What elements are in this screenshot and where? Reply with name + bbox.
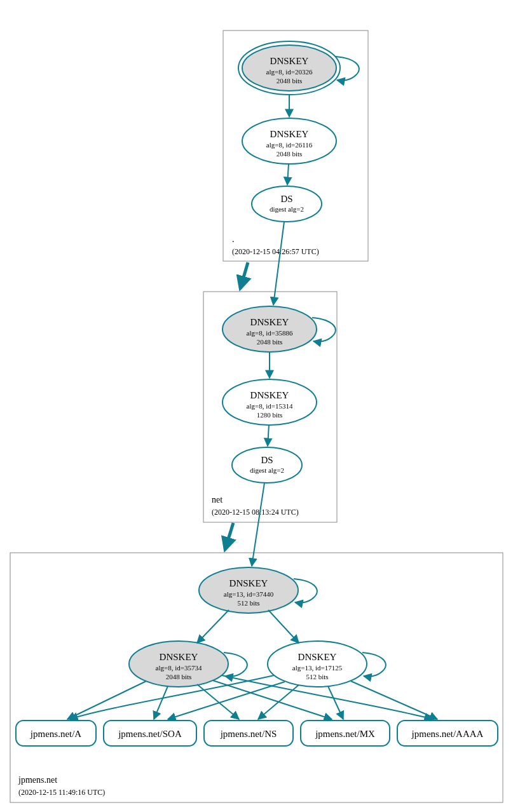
node-net-ksk: DNSKEY alg=8, id=35886 2048 bits xyxy=(222,306,317,352)
svg-text:512 bits: 512 bits xyxy=(306,673,328,680)
edge-net-zsk-ds xyxy=(268,425,269,446)
svg-text:DS: DS xyxy=(280,194,292,204)
svg-text:digest alg=2: digest alg=2 xyxy=(250,466,284,474)
node-leaf-k3: DNSKEY alg=13, id=17125 512 bits xyxy=(268,641,367,687)
node-net-ds: DS digest alg=2 xyxy=(232,447,302,483)
node-net-zsk: DNSKEY alg=8, id=15314 1280 bits xyxy=(222,379,317,425)
svg-text:DNSKEY: DNSKEY xyxy=(160,652,198,662)
svg-point-20 xyxy=(232,447,302,483)
edge-k2-soa xyxy=(154,686,168,719)
node-root-ksk: DNSKEY alg=8, id=20326 2048 bits xyxy=(238,41,340,95)
rr-mx: jpmens.net/MX xyxy=(301,721,390,746)
svg-text:2048 bits: 2048 bits xyxy=(166,673,192,680)
svg-text:alg=8, id=35734: alg=8, id=35734 xyxy=(156,664,202,672)
svg-text:alg=13, id=37440: alg=13, id=37440 xyxy=(224,590,274,598)
dnssec-diagram: . (2020-12-15 04:26:57 UTC) net (2020-12… xyxy=(0,0,513,812)
node-leaf-ksk: DNSKEY alg=13, id=37440 512 bits xyxy=(199,567,298,613)
zone-leaf-date: (2020-12-15 11:49:16 UTC) xyxy=(18,788,105,797)
node-root-ds: DS digest alg=2 xyxy=(252,186,322,222)
svg-text:jpmens.net/SOA: jpmens.net/SOA xyxy=(118,729,182,739)
svg-text:jpmens.net/A: jpmens.net/A xyxy=(30,729,82,739)
zone-root-label: . xyxy=(232,234,235,244)
edge-root-zsk-ds xyxy=(287,164,289,185)
svg-text:alg=8, id=20326: alg=8, id=20326 xyxy=(266,68,313,76)
svg-text:digest alg=2: digest alg=2 xyxy=(270,205,304,213)
svg-text:alg=13, id=17125: alg=13, id=17125 xyxy=(292,664,343,672)
svg-text:jpmens.net/MX: jpmens.net/MX xyxy=(315,729,375,739)
edge-k2-a xyxy=(67,681,146,719)
edge-deleg-root-net xyxy=(240,262,248,288)
edge-net-ds-leaf-ksk xyxy=(252,483,264,566)
svg-text:alg=8, id=35886: alg=8, id=35886 xyxy=(247,329,293,337)
svg-text:jpmens.net/AAAA: jpmens.net/AAAA xyxy=(411,729,484,739)
svg-text:jpmens.net/NS: jpmens.net/NS xyxy=(220,729,277,739)
edge-k3-aaaa xyxy=(351,681,437,719)
svg-text:DNSKEY: DNSKEY xyxy=(250,390,289,400)
edge-k3-mx xyxy=(328,686,343,719)
zone-leaf-label: jpmens.net xyxy=(18,775,57,785)
edge-leaf-ksk-k2 xyxy=(197,610,229,643)
svg-text:DNSKEY: DNSKEY xyxy=(270,56,309,66)
edge-deleg-net-leaf xyxy=(225,523,233,550)
zone-net-label: net xyxy=(212,495,222,504)
svg-text:1280 bits: 1280 bits xyxy=(257,411,283,419)
edge-root-ds-net-ksk xyxy=(273,222,284,305)
edge-k3-soa xyxy=(168,682,285,719)
edge-k3-ns xyxy=(258,685,299,719)
svg-text:alg=8, id=26116: alg=8, id=26116 xyxy=(266,141,313,149)
svg-text:DNSKEY: DNSKEY xyxy=(229,578,268,588)
svg-text:DS: DS xyxy=(261,455,273,465)
rr-soa: jpmens.net/SOA xyxy=(104,721,196,746)
rr-a: jpmens.net/A xyxy=(16,721,96,746)
svg-text:DNSKEY: DNSKEY xyxy=(298,652,337,662)
node-root-zsk: DNSKEY alg=8, id=26116 2048 bits xyxy=(242,118,336,164)
svg-text:DNSKEY: DNSKEY xyxy=(250,317,289,327)
zone-net-date: (2020-12-15 08:13:24 UTC) xyxy=(212,508,299,517)
svg-text:alg=8, id=15314: alg=8, id=15314 xyxy=(247,402,293,410)
svg-text:512 bits: 512 bits xyxy=(237,599,259,607)
svg-point-9 xyxy=(252,186,322,222)
svg-text:DNSKEY: DNSKEY xyxy=(270,129,309,139)
zone-root-date: (2020-12-15 04:26:57 UTC) xyxy=(232,247,319,256)
edge-leaf-ksk-k3 xyxy=(268,610,299,643)
rr-ns: jpmens.net/NS xyxy=(204,721,293,746)
svg-text:2048 bits: 2048 bits xyxy=(257,338,283,346)
rr-aaaa: jpmens.net/AAAA xyxy=(397,721,498,746)
edge-root-ksk-self xyxy=(336,57,359,81)
svg-text:2048 bits: 2048 bits xyxy=(277,150,303,158)
svg-text:2048 bits: 2048 bits xyxy=(277,77,303,85)
